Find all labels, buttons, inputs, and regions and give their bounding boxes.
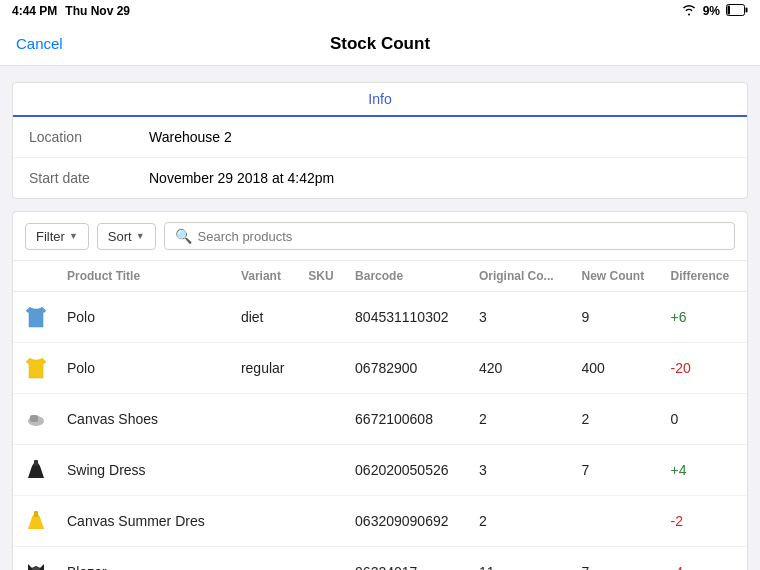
status-bar: 4:44 PM Thu Nov 29 9% <box>0 0 760 22</box>
battery-icon <box>726 4 748 19</box>
products-table: Product Title Variant SKU Barcode Origin… <box>13 261 747 570</box>
product-difference: +6 <box>662 292 747 343</box>
svg-rect-4 <box>30 415 38 422</box>
product-variant: diet <box>233 292 300 343</box>
product-icon <box>21 455 51 485</box>
cancel-button[interactable]: Cancel <box>16 35 63 52</box>
product-variant: regular <box>233 343 300 394</box>
table-row: Canvas Summer Dres 063209090692 2 -2 <box>13 496 747 547</box>
battery-percent: 9% <box>703 4 720 18</box>
col-original: Original Co... <box>471 261 574 292</box>
product-difference: -2 <box>662 496 747 547</box>
products-toolbar: Filter ▼ Sort ▼ 🔍 <box>13 212 747 261</box>
col-sku: SKU <box>300 261 347 292</box>
product-difference: +4 <box>662 445 747 496</box>
info-row-startdate: Start date November 29 2018 at 4:42pm <box>13 158 747 198</box>
table-row: Blazer 06224017 11 7 -4 <box>13 547 747 571</box>
product-title: Canvas Shoes <box>59 394 233 445</box>
product-variant <box>233 496 300 547</box>
product-title: Polo <box>59 343 233 394</box>
svg-rect-1 <box>746 7 748 12</box>
product-sku <box>300 394 347 445</box>
table-row: Canvas Shoes 6672100608 2 2 0 <box>13 394 747 445</box>
product-icon <box>21 404 51 434</box>
startdate-label: Start date <box>29 170 149 186</box>
product-sku <box>300 496 347 547</box>
svg-rect-5 <box>34 460 38 466</box>
wifi-icon <box>681 4 697 19</box>
sort-caret-icon: ▼ <box>136 231 145 241</box>
product-barcode: 6672100608 <box>347 394 471 445</box>
table-row: Polo regular 06782900 420 400 -20 <box>13 343 747 394</box>
status-time: 4:44 PM <box>12 4 57 18</box>
col-title: Product Title <box>59 261 233 292</box>
product-barcode: 06782900 <box>347 343 471 394</box>
product-icon <box>21 506 51 536</box>
product-difference: 0 <box>662 394 747 445</box>
product-original-count: 420 <box>471 343 574 394</box>
product-sku <box>300 547 347 571</box>
col-icon <box>13 261 59 292</box>
product-difference: -4 <box>662 547 747 571</box>
product-barcode: 804531110302 <box>347 292 471 343</box>
product-sku <box>300 343 347 394</box>
product-original-count: 3 <box>471 445 574 496</box>
table-row: Swing Dress 062020050526 3 7 +4 <box>13 445 747 496</box>
col-diff: Difference <box>662 261 747 292</box>
info-tab[interactable]: Info <box>13 83 747 117</box>
product-variant <box>233 394 300 445</box>
search-bar: 🔍 <box>164 222 735 250</box>
product-barcode: 063209090692 <box>347 496 471 547</box>
product-new-count: 7 <box>573 547 662 571</box>
table-row: Polo diet 804531110302 3 9 +6 <box>13 292 747 343</box>
filter-button[interactable]: Filter ▼ <box>25 223 89 250</box>
status-date: Thu Nov 29 <box>65 4 130 18</box>
product-title: Blazer <box>59 547 233 571</box>
startdate-value: November 29 2018 at 4:42pm <box>149 170 334 186</box>
location-value: Warehouse 2 <box>149 129 232 145</box>
info-section: Info Location Warehouse 2 Start date Nov… <box>12 82 748 199</box>
product-new-count: 9 <box>573 292 662 343</box>
svg-rect-6 <box>34 511 38 517</box>
product-difference: -20 <box>662 343 747 394</box>
svg-rect-2 <box>728 5 731 14</box>
product-new-count <box>573 496 662 547</box>
product-title: Swing Dress <box>59 445 233 496</box>
search-input[interactable] <box>198 229 724 244</box>
search-icon: 🔍 <box>175 228 192 244</box>
product-new-count: 400 <box>573 343 662 394</box>
product-original-count: 2 <box>471 496 574 547</box>
product-sku <box>300 445 347 496</box>
product-original-count: 11 <box>471 547 574 571</box>
product-sku <box>300 292 347 343</box>
nav-bar: Cancel Stock Count <box>0 22 760 66</box>
product-new-count: 2 <box>573 394 662 445</box>
page-title: Stock Count <box>330 34 430 54</box>
product-original-count: 3 <box>471 292 574 343</box>
product-variant <box>233 547 300 571</box>
product-icon <box>21 302 51 332</box>
product-title: Polo <box>59 292 233 343</box>
location-label: Location <box>29 129 149 145</box>
product-title: Canvas Summer Dres <box>59 496 233 547</box>
sort-button[interactable]: Sort ▼ <box>97 223 156 250</box>
col-newcount: New Count <box>573 261 662 292</box>
product-barcode: 062020050526 <box>347 445 471 496</box>
product-new-count: 7 <box>573 445 662 496</box>
filter-caret-icon: ▼ <box>69 231 78 241</box>
product-variant <box>233 445 300 496</box>
info-row-location: Location Warehouse 2 <box>13 117 747 158</box>
col-variant: Variant <box>233 261 300 292</box>
product-icon <box>21 557 51 570</box>
product-barcode: 06224017 <box>347 547 471 571</box>
product-original-count: 2 <box>471 394 574 445</box>
product-icon <box>21 353 51 383</box>
products-section: Filter ▼ Sort ▼ 🔍 Product Title Variant … <box>12 211 748 570</box>
col-barcode: Barcode <box>347 261 471 292</box>
